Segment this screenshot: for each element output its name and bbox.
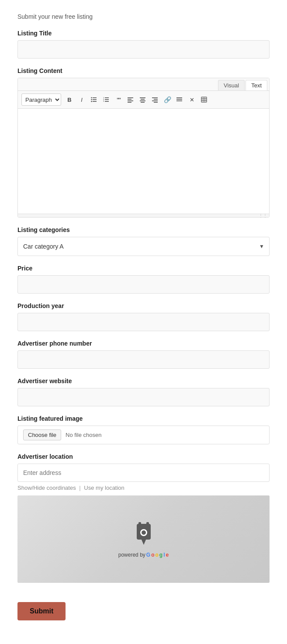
categories-select[interactable]: Car category A Car category B Car catego… [17,237,270,256]
editor-resize-handle[interactable]: ⋮⋮ [18,214,269,217]
align-right-button[interactable] [149,94,161,105]
svg-rect-22 [152,100,158,101]
svg-rect-2 [93,101,97,102]
svg-rect-24 [176,97,182,98]
align-left-button[interactable] [125,94,136,105]
svg-rect-0 [93,97,97,98]
listing-image-group: Listing featured image Choose file No fi… [17,415,270,444]
categories-select-wrapper: Car category A Car category B Car catego… [17,237,270,256]
svg-rect-21 [154,99,158,100]
price-group: Price [17,265,270,294]
table-button[interactable] [198,94,210,105]
svg-rect-6 [105,97,109,98]
blockquote-button[interactable]: " " [113,94,124,105]
powered-by-google: powered by Google [118,552,169,558]
svg-rect-1 [93,99,97,100]
listing-categories-group: Listing categories Car category A Car ca… [17,226,270,256]
listing-title-label: Listing Title [17,30,270,37]
svg-rect-23 [154,102,158,103]
svg-rect-19 [141,102,145,103]
ol-button[interactable]: 123 [100,94,112,105]
listing-content-group: Listing Content Visual Text Paragraph B … [17,67,270,218]
svg-point-3 [91,97,92,98]
google-letter-g: G [146,552,150,558]
address-input[interactable] [17,464,270,482]
svg-rect-26 [176,100,182,101]
svg-rect-7 [105,99,109,100]
align-center-button[interactable] [137,94,149,105]
svg-rect-12 [128,97,133,98]
map-container: powered by Google [17,495,270,583]
svg-rect-16 [140,97,145,98]
price-label: Price [17,265,270,272]
use-my-location-link[interactable]: Use my location [84,485,124,491]
svg-rect-15 [128,102,131,103]
distraction-free-button[interactable]: ✕ [186,94,197,105]
editor-wrapper: Visual Text Paragraph B I 123 " " [17,78,270,218]
google-letter-g2: g [159,552,163,558]
listing-title-group: Listing Title [17,30,270,59]
advertiser-location-group: Advertiser location Show/Hide coordinate… [17,453,270,583]
bold-button[interactable]: B [64,94,75,105]
editor-toolbar: Paragraph B I 123 " " 🔗 ✕ [18,91,269,109]
listing-title-input[interactable] [17,40,270,59]
tab-visual[interactable]: Visual [218,80,245,90]
page-subtitle: Submit your new free listing [17,13,270,20]
svg-point-5 [91,101,92,102]
google-letter-o2: o [156,552,159,558]
choose-file-button[interactable]: Choose file [23,429,61,440]
powered-by-text: powered by [118,552,145,558]
paragraph-select[interactable]: Paragraph [21,93,61,106]
svg-rect-13 [128,99,131,100]
link-button[interactable]: 🔗 [162,94,173,105]
horizontal-rule-button[interactable] [174,94,185,105]
svg-rect-18 [140,100,145,101]
google-letter-o1: o [151,552,154,558]
editor-tabs: Visual Text [18,78,269,91]
svg-rect-14 [128,100,133,101]
listing-image-label: Listing featured image [17,415,270,422]
advertiser-website-label: Advertiser website [17,377,270,384]
svg-point-36 [142,530,146,535]
advertiser-phone-label: Advertiser phone number [17,340,270,347]
editor-content[interactable] [18,109,269,214]
map-pin-icon [130,520,158,548]
tab-text[interactable]: Text [246,80,267,90]
svg-rect-34 [146,522,149,526]
svg-rect-17 [141,99,145,100]
file-input-wrapper: Choose file No file chosen [17,426,270,444]
resize-dots-icon: ⋮⋮ [259,214,267,218]
svg-rect-33 [138,522,141,526]
file-chosen-text: No file chosen [66,432,101,438]
svg-rect-8 [105,101,109,102]
listing-categories-label: Listing categories [17,226,270,233]
location-links: Show/Hide coordinates | Use my location [17,485,270,491]
google-letter-e: e [166,552,169,558]
svg-rect-20 [152,97,158,98]
production-year-group: Production year [17,302,270,331]
listing-content-label: Listing Content [17,67,270,74]
ul-button[interactable] [88,94,100,105]
svg-point-4 [91,99,92,100]
svg-rect-25 [176,99,182,100]
show-hide-coordinates-link[interactable]: Show/Hide coordinates [17,485,76,491]
production-year-input[interactable] [17,313,270,331]
advertiser-website-group: Advertiser website [17,377,270,406]
svg-marker-37 [141,539,146,545]
advertiser-website-input[interactable] [17,388,270,406]
production-year-label: Production year [17,302,270,309]
google-letter-l: l [163,552,165,558]
italic-button[interactable]: I [76,94,87,105]
price-input[interactable] [17,275,270,294]
links-separator: | [79,485,80,491]
svg-rect-27 [201,97,207,102]
advertiser-phone-group: Advertiser phone number [17,340,270,369]
advertiser-phone-input[interactable] [17,350,270,369]
svg-text:3: 3 [103,100,104,102]
submit-button[interactable]: Submit [17,602,66,620]
advertiser-location-label: Advertiser location [17,453,270,460]
